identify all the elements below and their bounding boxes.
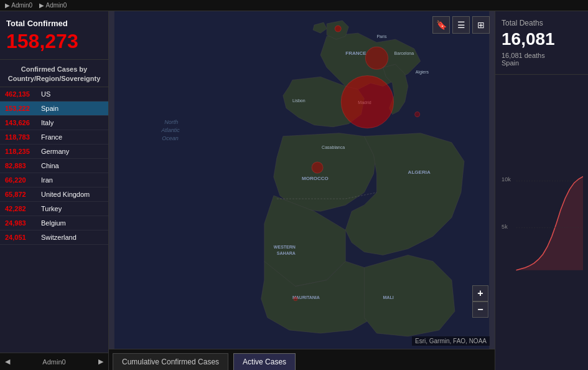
country-item[interactable]: 42,282 Turkey: [0, 202, 108, 216]
map-svg: North Atlantic Ocean: [109, 11, 495, 349]
nav-prev-icon[interactable]: ◀: [5, 358, 10, 366]
list-button[interactable]: ☰: [452, 16, 470, 34]
total-deaths-panel: Total Deaths 16,081 16,081 deaths Spain: [495, 11, 588, 75]
svg-text:Lisbon: Lisbon: [292, 98, 306, 103]
country-header: Confirmed Cases by Country/Region/Sovere…: [0, 60, 108, 87]
country-count: 153,222: [5, 105, 37, 112]
country-item[interactable]: 143,626 Italy: [0, 116, 108, 130]
svg-text:SAHARA: SAHARA: [277, 251, 296, 255]
country-count: 462,135: [5, 90, 37, 98]
svg-point-19: [341, 75, 393, 128]
country-count: 118,235: [5, 148, 37, 155]
attribution: Esri, Garmin, FAO, NOAA: [412, 336, 490, 346]
svg-text:Atlantic: Atlantic: [161, 127, 180, 133]
country-count: 65,872: [5, 191, 37, 198]
svg-text:ALGERIA: ALGERIA: [408, 169, 431, 175]
main-content: Total Confirmed 158,273 Confirmed Cases …: [0, 11, 588, 370]
country-name: US: [41, 90, 50, 98]
zoom-in-button[interactable]: +: [472, 285, 488, 301]
svg-text:MALI: MALI: [383, 295, 393, 300]
country-count: 24,051: [5, 234, 37, 241]
zoom-controls: + −: [472, 285, 488, 318]
country-item[interactable]: 24,983 Belgium: [0, 216, 108, 230]
map-tab[interactable]: Cumulative Confirmed Cases: [113, 353, 228, 370]
country-item[interactable]: 118,783 France: [0, 130, 108, 145]
total-deaths-value: 16,081: [502, 30, 582, 49]
sidebar-bottom-label: Admin0: [42, 358, 65, 366]
sidebar: Total Confirmed 158,273 Confirmed Cases …: [0, 11, 109, 370]
svg-point-22: [312, 162, 323, 173]
country-item[interactable]: 153,222 Spain: [0, 102, 108, 116]
country-count: 143,626: [5, 119, 37, 126]
svg-point-21: [335, 26, 341, 32]
country-name: China: [41, 162, 59, 169]
country-count: 24,983: [5, 219, 37, 227]
total-confirmed-value: 158,273: [6, 29, 102, 53]
svg-text:Barcelona: Barcelona: [394, 51, 414, 55]
map-tab[interactable]: Active Cases: [233, 353, 296, 370]
grid-button[interactable]: ⊞: [472, 16, 490, 34]
country-count: 82,883: [5, 162, 37, 169]
country-name: Belgium: [41, 219, 66, 227]
country-item[interactable]: 65,872 United Kingdom: [0, 187, 108, 202]
country-count: 66,220: [5, 176, 37, 184]
total-deaths-label: Total Deaths: [502, 19, 582, 27]
country-item[interactable]: 118,235 Germany: [0, 145, 108, 159]
country-name: Germany: [41, 148, 69, 155]
sidebar-bottom: ◀ Admin0 ▶: [0, 353, 108, 370]
total-confirmed-label: Total Confirmed: [6, 19, 102, 29]
map-container[interactable]: 🔖 ☰ ⊞ North Atlantic Ocean: [109, 11, 495, 349]
bookmark-button[interactable]: 🔖: [432, 16, 450, 34]
right-panel: Total Deaths 16,081 16,081 deaths Spain …: [495, 11, 588, 370]
country-count: 42,282: [5, 205, 37, 212]
svg-text:Algiers: Algiers: [416, 70, 429, 75]
svg-text:WESTERN: WESTERN: [274, 245, 296, 249]
deaths-country: Spain: [502, 59, 582, 67]
country-name: Turkey: [41, 205, 62, 212]
deaths-sub: 16,081 deaths: [502, 52, 582, 59]
country-item[interactable]: 462,135 US: [0, 87, 108, 102]
topbar-text: ▶ Admin0 ▶ Admin0: [5, 2, 67, 9]
country-item[interactable]: 66,220 Iran: [0, 173, 108, 187]
svg-point-24: [294, 297, 297, 301]
map-area: 🔖 ☰ ⊞ North Atlantic Ocean: [109, 11, 495, 370]
svg-text:10k: 10k: [502, 176, 511, 182]
map-toolbar: 🔖 ☰ ⊞: [432, 16, 490, 34]
svg-text:MOROCCO: MOROCCO: [302, 176, 329, 181]
map-tabs: Cumulative Confirmed CasesActive Cases: [109, 349, 495, 370]
svg-text:Ocean: Ocean: [162, 135, 179, 141]
country-name: Italy: [41, 119, 54, 126]
country-item[interactable]: 82,883 China: [0, 159, 108, 173]
mini-chart: 10k 5k: [495, 75, 588, 370]
svg-text:Paris: Paris: [376, 34, 386, 39]
total-confirmed-section: Total Confirmed 158,273: [0, 11, 108, 60]
svg-text:North: North: [164, 119, 178, 125]
svg-point-23: [415, 112, 420, 117]
country-name: Switzerland: [41, 234, 77, 241]
country-name: France: [41, 133, 62, 141]
country-count: 118,783: [5, 133, 37, 141]
country-list[interactable]: 462,135 US 153,222 Spain 143,626 Italy 1…: [0, 87, 108, 353]
country-name: Spain: [41, 105, 58, 112]
nav-next-icon[interactable]: ▶: [98, 358, 103, 366]
svg-text:FRANCE: FRANCE: [345, 50, 366, 56]
chart-svg: 10k 5k: [500, 80, 583, 365]
svg-marker-27: [516, 176, 583, 270]
svg-text:5k: 5k: [502, 224, 508, 230]
country-item[interactable]: 24,051 Switzerland: [0, 230, 108, 245]
country-name: United Kingdom: [41, 191, 90, 198]
country-name: Iran: [41, 176, 53, 184]
zoom-out-button[interactable]: −: [472, 301, 488, 318]
svg-text:Casablanca: Casablanca: [322, 145, 345, 149]
svg-point-20: [365, 47, 388, 69]
topbar: ▶ Admin0 ▶ Admin0: [0, 0, 588, 11]
